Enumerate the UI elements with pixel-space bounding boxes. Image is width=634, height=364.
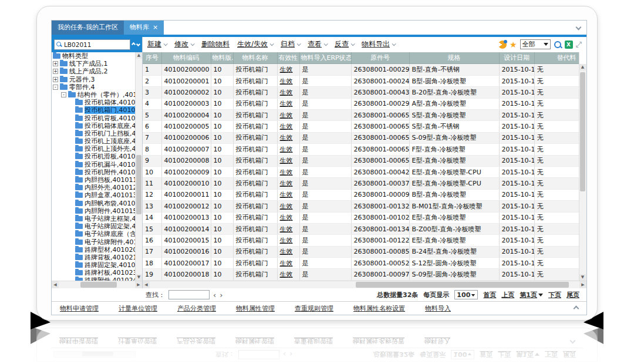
tree-node[interactable]: 投币机滑板,401008 <box>52 153 135 160</box>
bottom-link[interactable]: 物料导入 <box>425 304 451 313</box>
scroll-right-icon[interactable]: ▶ <box>135 281 142 288</box>
tree-toggle-icon[interactable]: - <box>61 92 66 97</box>
tree-node[interactable]: 投币机漏斗,401009 <box>52 161 135 168</box>
cell-validity[interactable]: 生效 <box>277 87 299 98</box>
search-prev-icon[interactable] <box>131 42 136 46</box>
current-page-select[interactable]: 第1页 <box>520 291 543 299</box>
tree-node[interactable]: 投币机箱体底座,4010 <box>52 122 135 130</box>
bottom-link[interactable]: 物料申请管理 <box>60 304 99 313</box>
bottom-link[interactable]: 计量单位管理 <box>119 304 157 313</box>
tree-node[interactable]: 内胆盒罩,401013 <box>52 191 135 199</box>
tree-node[interactable]: 投币机背板,401003 <box>52 114 135 122</box>
cell-validity[interactable]: 生效 <box>277 269 299 280</box>
tree-toggle-icon[interactable]: - <box>53 85 58 90</box>
cell-validity[interactable]: 生效 <box>277 75 299 86</box>
scroll-thumb[interactable] <box>580 72 585 191</box>
tree-node[interactable]: 内胆挡板,401011 <box>52 176 135 184</box>
column-header[interactable]: 规格 <box>409 52 499 64</box>
scroll-down-icon[interactable]: ▼ <box>136 274 142 281</box>
tree-node[interactable]: 内胆帆布袋,401014 <box>52 200 135 207</box>
table-row[interactable]: 7 40100200006 10 投币机箱门 生效 是 26308001-000… <box>143 132 579 143</box>
table-row[interactable]: 4 40100200003 10 投币机箱门 生效 是 26308001-000… <box>143 98 579 109</box>
scroll-right-icon[interactable]: ▶ <box>579 281 586 288</box>
tree-node[interactable]: 投币机上顶外壳,4010 <box>52 145 135 153</box>
bottom-link[interactable]: 产品分类管理 <box>177 304 216 313</box>
table-row[interactable]: 5 40100200004 10 投币机箱门 生效 是 26308001-000… <box>143 110 579 121</box>
table-row[interactable]: 13 40100200012 10 投币机箱门 生效 是 26308001-00… <box>143 201 579 212</box>
tree-node[interactable]: 电子站牌附件,401019 <box>52 238 135 245</box>
tree-node[interactable]: 路牌附件,401024 <box>52 277 135 281</box>
table-row[interactable]: 18 40100200017 10 投币机箱门 生效 是 26308001-00… <box>143 258 579 269</box>
tree-node[interactable]: 投币机门上挡板,4010 <box>52 130 135 137</box>
cell-validity[interactable]: 生效 <box>277 132 299 143</box>
column-header[interactable]: 物料名称 <box>233 52 277 64</box>
toolbar-button[interactable]: 归档 <box>281 39 300 49</box>
tree-node[interactable]: + 线上产成品,2 <box>52 68 135 75</box>
column-header[interactable]: 原件号 <box>351 52 409 64</box>
cell-validity[interactable]: 生效 <box>277 258 299 269</box>
tree-node[interactable]: 投币机附件,401010 <box>52 168 135 176</box>
grid-horizontal-scrollbar[interactable]: ◀ ▶ <box>143 281 586 288</box>
tree-node[interactable]: 电子站牌主框架,4010 <box>52 215 135 223</box>
scroll-up-icon[interactable]: ▲ <box>136 52 142 59</box>
toolbar-button[interactable]: 生效/失效 <box>237 39 273 49</box>
tree-node[interactable]: 路牌型材,401020 <box>52 246 135 254</box>
table-row[interactable]: 19 40100200018 10 投币机箱门 生效 是 26308001-00… <box>143 269 579 280</box>
chevron-down-icon[interactable] <box>576 25 582 31</box>
bottom-link[interactable]: 物料属性名称设置 <box>353 304 405 313</box>
star-icon[interactable]: ★ <box>510 41 517 49</box>
tree-toggle-icon[interactable]: + <box>53 77 58 82</box>
cell-validity[interactable]: 生效 <box>277 235 299 246</box>
tree-node[interactable]: 内胆外壳,401012 <box>52 184 135 191</box>
tree-node[interactable]: 投币机箱体,401001 <box>52 99 135 106</box>
tree-node[interactable]: - 零部件,4 <box>52 83 135 91</box>
toolbar-button[interactable]: 查看 <box>308 39 327 49</box>
table-row[interactable]: 17 40100200016 10 投币机箱门 生效 是 26308001-00… <box>143 246 579 257</box>
toolbar-button[interactable]: 物料导出 <box>362 39 395 49</box>
prev-page-link[interactable]: 上页 <box>501 291 514 299</box>
tree-toggle-icon[interactable]: + <box>53 61 58 66</box>
table-row[interactable]: 1 40100200000 10 投币机箱门 生效 是 26308001-000… <box>143 64 579 75</box>
tree-node[interactable]: 物料类型 <box>52 52 135 60</box>
table-row[interactable]: 11 40100200010 10 投币机箱门 生效 是 26308001-00… <box>143 178 579 189</box>
tree-node[interactable]: + 元器件,3 <box>52 76 135 83</box>
last-page-link[interactable]: 尾页 <box>566 291 579 299</box>
tree-node[interactable]: + 线下产成品,1 <box>52 60 135 68</box>
tree-node[interactable]: 投币机箱门,401002 <box>52 106 135 114</box>
scope-select[interactable]: 全部 <box>520 39 551 49</box>
chevron-up-icon[interactable] <box>574 305 579 311</box>
scroll-thumb[interactable] <box>356 282 569 288</box>
column-header[interactable]: 物料版... <box>211 52 233 64</box>
tree-search-input[interactable]: LB02011 <box>54 39 130 50</box>
tab-material-library[interactable]: 物料库 × <box>124 21 164 35</box>
tree-node[interactable]: 路牌衬板,401023 <box>52 269 135 277</box>
cell-validity[interactable]: 生效 <box>277 246 299 257</box>
cell-validity[interactable]: 生效 <box>277 64 299 75</box>
table-row[interactable]: 14 40100200013 10 投币机箱门 生效 是 26308001-00… <box>143 212 579 223</box>
scroll-left-icon[interactable]: ◀ <box>143 281 150 288</box>
column-header[interactable]: 有效性 <box>277 52 299 64</box>
table-row[interactable]: 10 40100200009 10 投币机箱门 生效 是 26308001-00… <box>143 166 579 177</box>
search-next-icon[interactable] <box>136 42 140 46</box>
cell-validity[interactable]: 生效 <box>277 178 299 189</box>
find-next-icon[interactable]: › <box>220 291 222 299</box>
table-row[interactable]: 8 40100200007 10 投币机箱门 生效 是 26308001-000… <box>143 144 579 155</box>
cell-validity[interactable]: 生效 <box>277 98 299 109</box>
per-page-select[interactable]: 100 <box>454 290 478 299</box>
column-header[interactable]: 替代料 <box>534 52 579 64</box>
tree-node[interactable]: 电子站牌固定架,4010 <box>52 223 135 230</box>
scroll-thumb[interactable] <box>136 155 141 214</box>
cell-validity[interactable]: 生效 <box>277 155 299 166</box>
tree-node[interactable]: 路牌固定架,401022 <box>52 261 135 269</box>
scroll-left-icon[interactable]: ◀ <box>52 281 59 288</box>
tab-my-workspace[interactable]: 我的任务-我的工作区 <box>52 21 124 35</box>
cell-validity[interactable]: 生效 <box>277 121 299 132</box>
cell-validity[interactable]: 生效 <box>277 189 299 200</box>
cell-validity[interactable]: 生效 <box>277 144 299 155</box>
toolbar-button[interactable]: 新建 <box>147 39 167 49</box>
tree-vertical-scrollbar[interactable]: ▲ ▼ <box>135 52 142 281</box>
scroll-thumb[interactable] <box>80 282 117 288</box>
column-header[interactable]: 设计日期 <box>499 52 534 64</box>
first-page-link[interactable]: 首页 <box>483 291 496 299</box>
cell-validity[interactable]: 生效 <box>277 223 299 234</box>
